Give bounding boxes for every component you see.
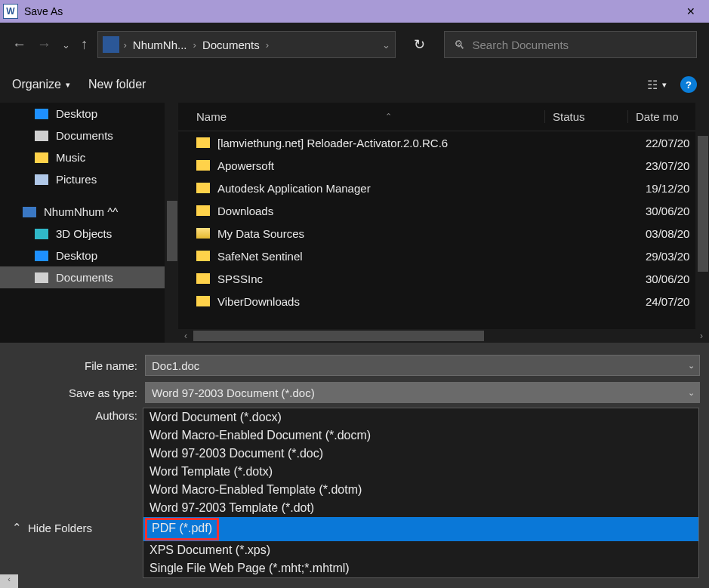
vertical-scrollbar[interactable] xyxy=(695,103,709,329)
save-type-combo[interactable]: Word 97-2003 Document (*.doc) ⌄ xyxy=(145,382,700,403)
file-row[interactable]: Downloads30/06/20 xyxy=(178,199,709,222)
scrollbar-thumb[interactable] xyxy=(167,201,177,261)
sidebar-item-pictures[interactable]: Pictures xyxy=(0,168,178,190)
refresh-button[interactable]: ↻ xyxy=(405,31,435,58)
scroll-right-icon[interactable]: › xyxy=(694,331,709,341)
location-icon xyxy=(103,36,119,53)
folder-icon xyxy=(196,160,210,171)
dropdown-option[interactable]: Word 97-2003 Document (*.doc) xyxy=(143,445,698,463)
sidebar-item-label: NhumNhum ^^ xyxy=(44,205,118,218)
folder-icon xyxy=(196,273,210,284)
sidebar-item-computer[interactable]: NhumNhum ^^ xyxy=(0,201,178,223)
window-title: Save As xyxy=(24,5,676,17)
search-input[interactable]: 🔍︎ Search Documents xyxy=(444,31,698,58)
column-status[interactable]: Status xyxy=(544,110,627,123)
file-name-input[interactable]: Doc1.doc ⌄ xyxy=(145,355,700,376)
sort-indicator-icon: ⌃ xyxy=(385,112,392,122)
folder-icon xyxy=(196,183,210,193)
documents-icon xyxy=(35,272,48,283)
chevron-down-icon: ▾ xyxy=(66,80,70,90)
sidebar-item-documents[interactable]: Documents xyxy=(0,125,178,146)
sidebar-item-label: Documents xyxy=(56,129,113,142)
scroll-left-icon[interactable]: ‹ xyxy=(178,331,193,341)
scroll-track[interactable] xyxy=(193,331,694,341)
file-name-value: Doc1.doc xyxy=(152,359,199,372)
music-icon xyxy=(35,152,48,163)
breadcrumb[interactable]: › NhumNh... › Documents › ⌄ xyxy=(97,31,396,58)
hide-folders-label: Hide Folders xyxy=(28,522,92,534)
hide-folders-button[interactable]: ⌃ Hide Folders xyxy=(12,521,92,534)
help-button[interactable]: ? xyxy=(680,76,697,93)
documents-icon xyxy=(35,131,48,141)
sidebar-item-music[interactable]: Music xyxy=(0,146,178,168)
dropdown-option[interactable]: Word Macro-Enabled Document (*.docm) xyxy=(143,426,698,445)
breadcrumb-sep-icon: › xyxy=(124,39,127,51)
file-row[interactable]: ViberDownloads24/07/20 xyxy=(178,290,709,312)
chevron-down-icon[interactable]: ⌄ xyxy=(688,388,695,398)
file-row[interactable]: SafeNet Sentinel29/03/20 xyxy=(178,245,709,267)
forward-button[interactable]: → xyxy=(37,36,51,53)
folder-icon xyxy=(196,251,210,261)
desktop-icon xyxy=(35,109,48,119)
title-bar: Save As ✕ xyxy=(0,0,709,23)
column-name[interactable]: Name⌃ xyxy=(178,110,544,123)
sidebar-item-documents-selected[interactable]: Documents xyxy=(0,266,178,288)
dropdown-option[interactable]: Word Template (*.dotx) xyxy=(143,463,698,481)
3d-icon xyxy=(35,229,48,239)
annotation-box: PDF (*.pdf) xyxy=(145,518,219,540)
scrollbar-thumb[interactable] xyxy=(193,331,484,341)
file-row[interactable]: My Data Sources03/08/20 xyxy=(178,222,709,245)
main-area: Desktop Documents Music Pictures NhumNhu… xyxy=(0,103,709,343)
back-button[interactable]: ← xyxy=(12,36,26,53)
file-name-label: File name: xyxy=(9,359,145,372)
bottom-scrollbar-stub[interactable]: ‹ xyxy=(0,574,18,588)
dropdown-option[interactable]: Word Macro-Enabled Template (*.dotm) xyxy=(143,481,698,499)
word-icon xyxy=(3,4,18,19)
breadcrumb-sep-icon: › xyxy=(266,39,269,51)
breadcrumb-expand-icon[interactable]: ⌄ xyxy=(382,39,390,51)
new-folder-button[interactable]: New folder xyxy=(88,78,146,91)
nav-arrows: ← → ⌄ ↑ xyxy=(12,36,88,53)
dropdown-option[interactable]: PDF (*.pdf) xyxy=(143,517,698,541)
sidebar-item-label: Music xyxy=(56,151,85,164)
close-button[interactable]: ✕ xyxy=(676,1,706,22)
organize-label: Organize xyxy=(12,78,61,91)
new-folder-label: New folder xyxy=(88,78,146,91)
dropdown-option[interactable]: Single File Web Page (*.mht;*.mhtml) xyxy=(143,559,698,577)
file-header: Name⌃ Status Date mo xyxy=(178,103,709,131)
scrollbar-thumb[interactable] xyxy=(698,136,708,272)
sidebar-scrollbar[interactable] xyxy=(165,103,178,343)
chevron-down-icon: ▾ xyxy=(662,80,667,90)
column-date[interactable]: Date mo xyxy=(627,110,695,123)
file-row[interactable]: Autodesk Application Manager19/12/20 xyxy=(178,177,709,199)
file-row[interactable]: SPSSInc30/06/20 xyxy=(178,267,709,290)
breadcrumb-item[interactable]: Documents xyxy=(201,38,261,51)
chevron-down-icon[interactable]: ⌄ xyxy=(688,361,695,371)
file-list-area: Name⌃ Status Date mo [lamviethung.net] R… xyxy=(178,103,709,343)
organize-button[interactable]: Organize ▾ xyxy=(12,78,70,91)
recent-chevron[interactable]: ⌄ xyxy=(62,39,70,51)
save-type-value: Word 97-2003 Document (*.doc) xyxy=(152,386,315,399)
search-placeholder: Search Documents xyxy=(473,38,569,51)
sidebar-item-desktop[interactable]: Desktop xyxy=(0,103,178,125)
up-button[interactable]: ↑ xyxy=(81,36,88,53)
dropdown-option[interactable]: Word Document (*.docx) xyxy=(143,408,698,426)
breadcrumb-item[interactable]: NhumNh... xyxy=(131,38,189,51)
dropdown-option[interactable]: Word 97-2003 Template (*.dot) xyxy=(143,499,698,517)
sidebar-item-label: Pictures xyxy=(56,173,97,186)
view-button[interactable]: ☷ ▾ xyxy=(647,78,667,92)
file-row[interactable]: Apowersoft23/07/20 xyxy=(178,154,709,177)
folder-icon xyxy=(196,137,210,148)
horizontal-scrollbar[interactable]: ‹ › xyxy=(178,329,709,343)
computer-icon xyxy=(23,207,36,217)
file-row[interactable]: [lamviethung.net] Reloader-Activator.2.0… xyxy=(178,131,709,154)
sidebar-item-3d[interactable]: 3D Objects xyxy=(0,223,178,245)
nav-toolbar: ← → ⌄ ↑ › NhumNh... › Documents › ⌄ ↻ 🔍︎… xyxy=(0,23,709,66)
folder-icon xyxy=(196,296,210,306)
bottom-panel: File name: Doc1.doc ⌄ Save as type: Word… xyxy=(0,343,709,588)
sidebar-item-label: Documents xyxy=(56,271,113,284)
sidebar: Desktop Documents Music Pictures NhumNhu… xyxy=(0,103,178,343)
breadcrumb-sep-icon: › xyxy=(193,39,196,51)
sidebar-item-desktop2[interactable]: Desktop xyxy=(0,245,178,266)
dropdown-option[interactable]: XPS Document (*.xps) xyxy=(143,541,698,559)
